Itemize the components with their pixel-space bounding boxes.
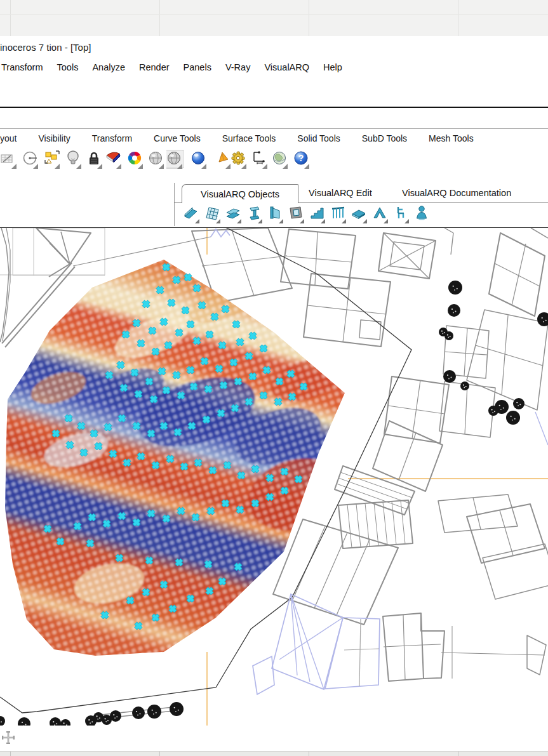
tree-icon — [444, 331, 453, 340]
grid-line — [10, 0, 11, 36]
building-outline — [421, 613, 444, 679]
tree-icon — [132, 706, 145, 719]
container-tab-yout[interactable]: yout — [0, 133, 17, 147]
toolbar-container-tabs: youtVisibilityTransformCurve ToolsSurfac… — [0, 133, 548, 147]
lamp-icon[interactable] — [65, 150, 82, 170]
main-toolbar: ? — [0, 150, 548, 176]
slab-stack-icon[interactable] — [225, 204, 243, 225]
menu-bar: TransformToolsAnalyzeRenderPanelsV-RayVi… — [1, 62, 547, 76]
menu-item-panels[interactable]: Panels — [184, 62, 211, 76]
lock-icon[interactable] — [86, 150, 103, 170]
tree-icon — [147, 705, 161, 719]
tree-icon — [50, 717, 61, 726]
stair-icon[interactable] — [309, 204, 326, 225]
window-title: inoceros 7 tion - [Top] — [0, 42, 91, 53]
status-bar — [0, 751, 548, 756]
color-wheel-icon[interactable] — [127, 150, 144, 170]
tree-icon — [506, 411, 520, 425]
help-icon[interactable]: ? — [293, 150, 310, 170]
tab-visualarq-edit[interactable]: VisualARQ Edit — [309, 188, 372, 198]
tree-icon — [18, 717, 30, 726]
solar-heatmap — [0, 247, 381, 691]
building-outline — [36, 228, 91, 264]
tree-icon — [443, 370, 456, 383]
title-bar: inoceros 7 tion - [Top] — [0, 38, 548, 56]
tree-icon — [110, 710, 121, 722]
menu-item-help[interactable]: Help — [323, 62, 342, 76]
door-icon[interactable] — [267, 204, 284, 225]
building-outline — [438, 494, 518, 533]
grid-line — [309, 0, 309, 36]
menu-item-visualarq[interactable]: VisualARQ — [264, 62, 309, 76]
tree-icon — [448, 304, 460, 317]
block-instances-icon[interactable] — [44, 150, 60, 170]
window-icon[interactable] — [288, 204, 305, 225]
tab-row-separator — [0, 128, 548, 129]
status-bar-separator — [458, 752, 458, 756]
container-tab-visibility[interactable]: Visibility — [38, 133, 70, 147]
rendered-sphere-icon[interactable] — [166, 150, 183, 170]
grid-line — [0, 14, 548, 15]
menu-item-render[interactable]: Render — [139, 62, 170, 76]
building-outline — [0, 228, 9, 342]
dimension-icon[interactable] — [251, 150, 268, 170]
building-outline — [483, 544, 548, 599]
crosshair-plus-icon — [2, 731, 15, 744]
svg-text:?: ? — [298, 153, 304, 163]
tree-icon — [460, 381, 469, 390]
tree-icon — [448, 281, 462, 295]
blue-sphere-icon[interactable] — [190, 150, 207, 170]
curtain-wall-icon[interactable] — [204, 204, 222, 225]
menu-item-analyze[interactable]: Analyze — [92, 62, 125, 76]
toolbar-group-separator — [174, 183, 175, 226]
command-area-separator — [0, 107, 548, 108]
menu-item-transform[interactable]: Transform — [1, 62, 43, 76]
roof-icon[interactable] — [371, 204, 389, 225]
status-bar-separator — [309, 752, 309, 756]
tab-visualarq-documentation[interactable]: VisualARQ Documentation — [402, 188, 511, 198]
column-icon[interactable] — [246, 204, 264, 225]
tree-icon — [513, 398, 525, 409]
space-person-icon[interactable] — [413, 204, 431, 225]
railing-icon[interactable] — [330, 204, 347, 225]
background-spreadsheet-grid — [0, 0, 548, 36]
building-outline — [467, 504, 545, 563]
status-bar-separator — [159, 752, 160, 756]
cone-icon[interactable] — [215, 150, 231, 170]
gear-icon[interactable] — [231, 150, 247, 170]
container-tab-solid-tools[interactable]: Solid Tools — [297, 133, 340, 147]
tree-icon — [537, 312, 548, 326]
tree-icon — [170, 702, 184, 716]
top-viewport[interactable] — [0, 227, 548, 726]
viewport-footer-area — [0, 726, 548, 751]
shaded-sphere-icon[interactable] — [148, 150, 164, 170]
drafting-plan-icon[interactable] — [1, 150, 17, 170]
wall-icon[interactable] — [183, 204, 201, 225]
container-tab-transform[interactable]: Transform — [92, 133, 132, 147]
earth-icon[interactable] — [272, 150, 288, 170]
tree-icon — [0, 716, 5, 726]
grid-line — [159, 0, 160, 36]
slab-icon[interactable] — [351, 204, 368, 225]
circle-center-icon[interactable] — [22, 150, 39, 170]
furniture-icon[interactable] — [392, 204, 410, 225]
container-tab-surface-tools[interactable]: Surface Tools — [222, 133, 276, 147]
container-tab-subd-tools[interactable]: SubD Tools — [362, 133, 407, 147]
container-tab-mesh-tools[interactable]: Mesh Tools — [429, 133, 474, 147]
tab-visualarq-objects[interactable]: VisualARQ Objects — [182, 184, 298, 203]
container-tab-curve-tools[interactable]: Curve Tools — [154, 133, 201, 147]
tree-icon — [488, 406, 498, 416]
grid-line — [458, 0, 458, 36]
viewport-canvas[interactable] — [0, 228, 548, 726]
status-bar-separator — [10, 752, 11, 756]
menu-item-vray[interactable]: V-Ray — [225, 62, 251, 76]
render-mesh-icon[interactable] — [105, 150, 122, 170]
menu-item-tools[interactable]: Tools — [57, 62, 79, 76]
